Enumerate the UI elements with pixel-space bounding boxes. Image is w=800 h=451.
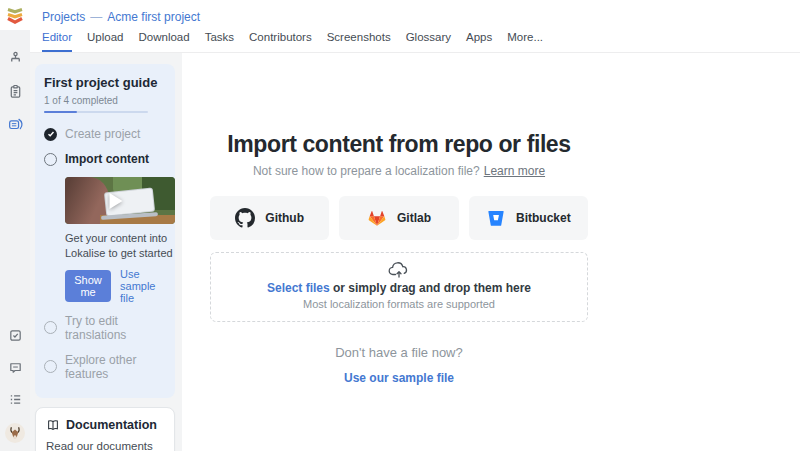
left-rail [0, 0, 30, 451]
breadcrumb-projects-link[interactable]: Projects [42, 10, 85, 24]
import-content-detail: Get your content into Lokalise to get st… [65, 177, 166, 304]
first-project-guide-card: First project guide 1 of 4 completed Cre… [35, 64, 175, 398]
checkbox-icon[interactable] [7, 327, 23, 343]
topbar: Projects—Acme first project Editor Uploa… [30, 0, 800, 53]
rail-bottom [5, 327, 25, 451]
tab-editor[interactable]: Editor [42, 31, 72, 52]
tab-download[interactable]: Download [139, 31, 190, 52]
guide-progress-fill [44, 111, 77, 113]
repo-label: Gitlab [397, 211, 431, 225]
user-avatar[interactable] [5, 423, 25, 443]
bitbucket-icon [486, 208, 506, 228]
repo-label: Bitbucket [516, 211, 571, 225]
guide-steps: Create project Import content Get your c… [44, 127, 166, 381]
step-label: Import content [65, 152, 149, 166]
step-explore-features[interactable]: Explore other features [44, 353, 166, 381]
documentation-card-title: Documentation [66, 418, 157, 432]
lokalise-logo-icon [5, 6, 25, 24]
clipboard-icon[interactable] [7, 83, 23, 99]
cloud-upload-icon [388, 261, 410, 279]
tab-more[interactable]: More... [507, 31, 543, 52]
radio-circle-icon [44, 321, 57, 334]
bitbucket-button[interactable]: Bitbucket [469, 196, 588, 240]
guide-step-caption: Get your content into Lokalise to get st… [65, 231, 179, 261]
tab-bar: Editor Upload Download Tasks Contributor… [30, 31, 800, 52]
gitlab-button[interactable]: Gitlab [339, 196, 458, 240]
gitlab-icon [367, 208, 387, 228]
documentation-card-body: Read our documents to learn more about L… [46, 438, 164, 451]
lokalise-logo[interactable] [0, 0, 30, 30]
play-icon[interactable] [109, 193, 122, 209]
guide-progress-bar [44, 111, 148, 113]
file-dropzone[interactable]: Select files or simply drag and drop the… [210, 252, 588, 322]
guide-actions: Show me Use sample file [65, 268, 166, 304]
comment-icon[interactable] [7, 359, 23, 375]
page-title: Import content from repo or files [210, 131, 588, 157]
subtitle-text: Not sure how to prepare a localization f… [253, 164, 480, 178]
list-icon[interactable] [7, 391, 23, 407]
step-edit-translations[interactable]: Try to edit translations [44, 314, 166, 342]
tab-tasks[interactable]: Tasks [205, 31, 234, 52]
github-button[interactable]: Github [210, 196, 329, 240]
guide-video-thumbnail[interactable] [65, 177, 175, 224]
step-label: Create project [65, 127, 140, 141]
editor-table-icon[interactable] [7, 116, 23, 132]
rail-nav [7, 50, 23, 132]
book-icon [46, 418, 60, 432]
dropzone-instruction: Select files or simply drag and drop the… [211, 281, 587, 295]
step-create-project[interactable]: Create project [44, 127, 166, 141]
hierarchy-icon[interactable] [7, 50, 23, 66]
documentation-card-title-row: Documentation [46, 418, 164, 432]
breadcrumb-separator: — [90, 10, 102, 24]
use-our-sample-file-link[interactable]: Use our sample file [210, 371, 588, 385]
page-subtitle: Not sure how to prepare a localization f… [210, 164, 588, 178]
github-icon [235, 208, 255, 228]
no-file-text: Don't have a file now? [210, 345, 588, 360]
breadcrumb-project-name[interactable]: Acme first project [107, 10, 200, 24]
repo-buttons: Github Gitlab Bitbucket [210, 196, 588, 240]
supported-formats-text: Most localization formats are supported [211, 298, 587, 310]
breadcrumb: Projects—Acme first project [30, 0, 800, 24]
repo-label: Github [265, 211, 304, 225]
guide-title: First project guide [44, 75, 166, 90]
tab-glossary[interactable]: Glossary [406, 31, 451, 52]
tab-upload[interactable]: Upload [87, 31, 123, 52]
tab-apps[interactable]: Apps [466, 31, 492, 52]
radio-circle-icon [44, 153, 57, 166]
main-content: Import content from repo or files Not su… [182, 53, 800, 451]
check-circle-icon [44, 128, 57, 141]
drag-drop-text: or simply drag and drop them here [333, 281, 531, 295]
radio-circle-icon [44, 360, 57, 373]
guide-progress-label: 1 of 4 completed [44, 95, 166, 106]
use-sample-file-link[interactable]: Use sample file [120, 268, 166, 304]
learn-more-link[interactable]: Learn more [484, 164, 545, 178]
select-files-link[interactable]: Select files [267, 281, 330, 295]
step-import-content[interactable]: Import content [44, 152, 166, 166]
step-label: Try to edit translations [65, 314, 166, 342]
guide-column: First project guide 1 of 4 completed Cre… [30, 53, 182, 451]
tab-contributors[interactable]: Contributors [249, 31, 312, 52]
documentation-card[interactable]: Documentation Read our documents to lear… [35, 407, 175, 451]
show-me-button[interactable]: Show me [65, 270, 111, 302]
tab-screenshots[interactable]: Screenshots [327, 31, 391, 52]
step-label: Explore other features [65, 353, 166, 381]
